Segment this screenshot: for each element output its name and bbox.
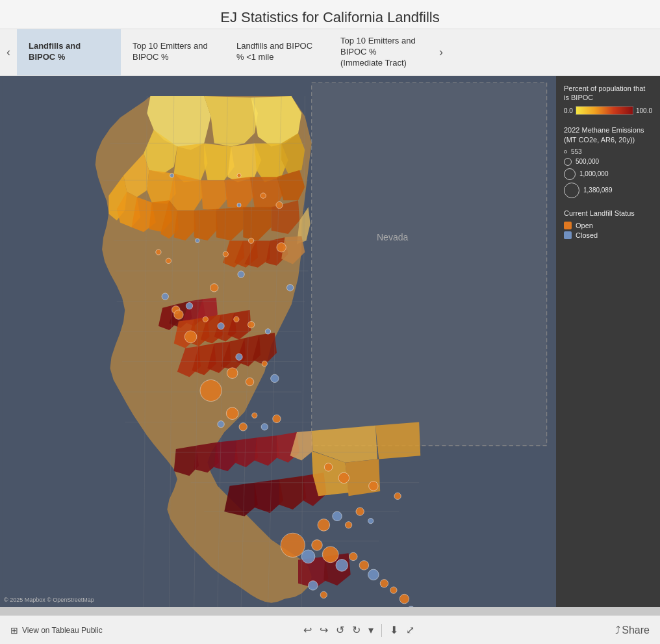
tab-top10-immediate[interactable]: Top 10 Emitters and BIPOC % (Immediate T…	[329, 29, 433, 75]
download-button[interactable]: ⬇	[390, 624, 398, 636]
svg-point-25	[286, 284, 293, 290]
bubble-smallest	[564, 150, 567, 153]
back-button[interactable]: ↺	[336, 624, 344, 636]
undo-button[interactable]: ↩	[303, 624, 312, 636]
svg-point-52	[273, 415, 281, 422]
svg-point-79	[156, 249, 161, 254]
bubble-medium	[564, 168, 576, 180]
bipoc-legend: Percent of population that is BIPOC 0.0 …	[561, 81, 655, 118]
svg-point-58	[349, 552, 357, 560]
svg-point-77	[260, 193, 266, 198]
tabs-bar: ‹ Landfills and BIPOC % Top 10 Emitters …	[0, 29, 660, 76]
svg-point-36	[271, 374, 279, 382]
svg-point-72	[324, 463, 332, 470]
svg-point-27	[196, 238, 199, 242]
bubble-row-1: 553	[564, 148, 652, 155]
bipoc-min-label: 0.0	[564, 107, 573, 114]
bubble-label-3: 1,000,000	[579, 170, 609, 177]
tab-prev-button[interactable]: ‹	[0, 29, 17, 75]
bubble-row-3: 1,000,000	[564, 168, 652, 180]
tableau-link[interactable]: ⊞ View on Tableau Public	[10, 625, 103, 636]
svg-point-31	[200, 380, 222, 401]
svg-point-38	[203, 316, 208, 322]
tableau-link-label[interactable]: View on Tableau Public	[22, 626, 103, 635]
bubble-row-4: 1,380,089	[564, 183, 652, 198]
tab-landfills-bipoc[interactable]: Landfills and BIPOC %	[17, 29, 121, 75]
svg-point-37	[184, 331, 197, 343]
status-open-row: Open	[564, 222, 652, 229]
open-status-dot	[564, 222, 572, 229]
svg-point-60	[368, 569, 379, 580]
svg-point-29	[277, 242, 286, 251]
redo-button[interactable]: ↪	[320, 624, 328, 636]
tab-next-button[interactable]: ›	[433, 29, 450, 75]
svg-point-47	[226, 407, 238, 420]
svg-point-67	[345, 521, 351, 528]
svg-point-50	[252, 413, 257, 418]
svg-point-54	[301, 550, 315, 563]
svg-point-78	[276, 201, 283, 208]
svg-point-44	[162, 293, 168, 300]
expand-button[interactable]: ⤢	[406, 624, 414, 636]
svg-point-32	[227, 368, 238, 379]
svg-point-39	[218, 322, 224, 329]
svg-point-80	[170, 174, 173, 177]
svg-point-62	[390, 587, 397, 593]
footer-controls: ↩ ↪ ↺ ↻ ▾ ⬇ ⤢	[303, 624, 414, 637]
svg-point-70	[369, 481, 378, 490]
svg-point-35	[262, 361, 267, 366]
svg-point-68	[356, 508, 364, 515]
svg-point-48	[239, 422, 247, 430]
svg-point-74	[309, 580, 318, 589]
share-button[interactable]: ⤴ Share	[615, 625, 650, 636]
svg-point-66	[333, 511, 342, 521]
svg-point-57	[336, 559, 348, 571]
footer-right: ⤴ Share	[615, 625, 650, 636]
share-icon: ⤴	[615, 625, 620, 636]
status-legend-title: Current Landfill Status	[564, 209, 652, 218]
svg-point-26	[223, 251, 228, 257]
svg-point-34	[236, 354, 242, 360]
closed-status-label: Closed	[576, 231, 598, 239]
svg-point-55	[312, 539, 323, 550]
bubble-label-4: 1,380,089	[583, 187, 613, 194]
footer-divider	[381, 624, 382, 637]
bubble-legend: 553 500,000 1,000,000 1,380,089	[564, 148, 652, 198]
status-closed-row: Closed	[564, 231, 652, 239]
svg-point-76	[237, 203, 241, 207]
svg-point-63	[400, 594, 409, 603]
svg-point-73	[338, 472, 349, 483]
bipoc-max-label: 100.0	[636, 107, 652, 114]
svg-point-71	[394, 493, 401, 499]
bubble-small	[564, 158, 572, 166]
share-label[interactable]: Share	[622, 625, 650, 636]
svg-point-28	[248, 238, 253, 243]
svg-point-69	[368, 518, 374, 523]
svg-point-42	[265, 329, 270, 334]
open-status-label: Open	[576, 222, 593, 229]
svg-point-81	[237, 174, 241, 177]
svg-point-49	[218, 420, 224, 427]
status-legend: Current Landfill Status Open Closed	[561, 206, 655, 244]
methane-legend-title: 2022 Methane Emissions (MT CO2e, AR6, 20…	[564, 125, 652, 144]
forward-button[interactable]: ↻	[352, 624, 361, 636]
bubble-label-1: 553	[571, 148, 582, 155]
map-attribution: © 2025 Mapbox © OpenStreetMap	[4, 597, 94, 603]
svg-rect-1	[312, 83, 547, 445]
svg-point-51	[261, 423, 268, 430]
svg-point-56	[322, 547, 338, 563]
tableau-icon: ⊞	[10, 625, 18, 636]
footer: ⊞ View on Tableau Public ↩ ↪ ↺ ↻ ▾ ⬇ ⤢ ⤴…	[0, 615, 660, 644]
map-svg	[0, 76, 556, 607]
map-container[interactable]: Nevada © 2025 Mapbox © OpenStreetMap	[0, 76, 556, 607]
bubble-large	[564, 183, 579, 198]
page-header: EJ Statistics for California Landfills ↻	[0, 0, 660, 29]
closed-status-dot	[564, 231, 572, 239]
bubble-row-2: 500,000	[564, 158, 652, 166]
tab-top10-emitters[interactable]: Top 10 Emitters and BIPOC %	[121, 29, 225, 75]
forward-dropdown[interactable]: ▾	[368, 624, 374, 636]
svg-point-61	[380, 579, 388, 587]
svg-point-59	[359, 560, 368, 569]
tab-landfills-bipoc-1mile[interactable]: Landfills and BIPOC % <1 mile	[225, 29, 329, 75]
svg-point-45	[174, 310, 183, 319]
